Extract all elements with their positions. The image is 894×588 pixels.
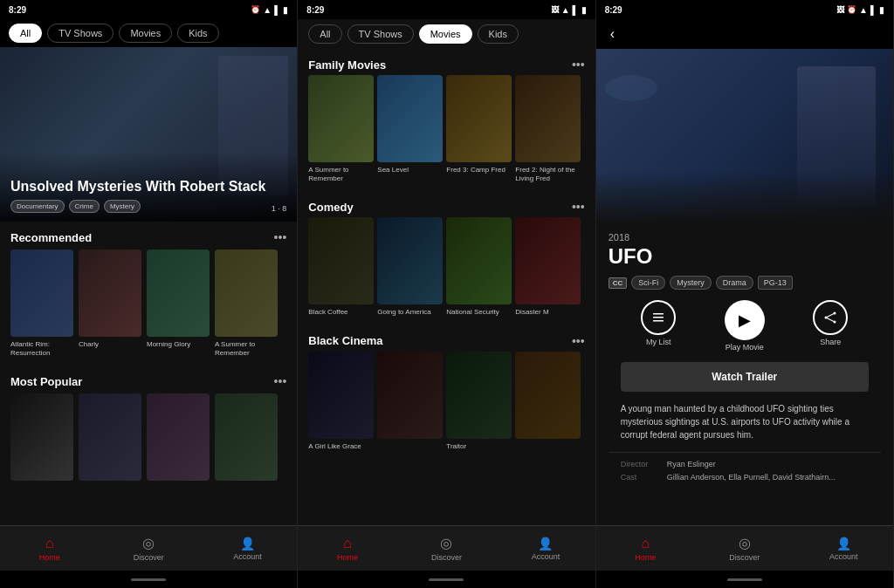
- tag-crime: Crime: [69, 200, 100, 213]
- list-item[interactable]: Traitor: [446, 352, 512, 451]
- most-popular-more[interactable]: •••: [274, 374, 287, 388]
- list-item[interactable]: A Summer to Remember: [215, 250, 278, 357]
- discover-icon-3: ◎: [739, 535, 751, 551]
- detail-tags-row: CC Sci-Fi Mystery Drama PG-13: [609, 276, 881, 290]
- list-item[interactable]: National Security: [446, 217, 512, 317]
- thumb-blackcoffee: [308, 217, 374, 304]
- phone-home: 8:29 ⏰ ▲ ▌ ▮ All TV Shows Movies Kids Un…: [0, 0, 298, 588]
- play-movie-button[interactable]: ▶ Play Movie: [725, 300, 765, 352]
- bottom-indicator-3: [596, 571, 893, 588]
- popular-thumb-3: [147, 393, 210, 481]
- battery-icon-3: ▮: [879, 5, 884, 15]
- family-more[interactable]: •••: [572, 58, 585, 72]
- cast-value: Gillian Anderson, Ella Purnell, David St…: [667, 473, 869, 482]
- svg-rect-1: [653, 317, 664, 318]
- comedy-title: Comedy: [308, 201, 353, 214]
- status-bar-1: 8:29 ⏰ ▲ ▌ ▮: [0, 0, 297, 19]
- list-item[interactable]: [377, 352, 443, 451]
- time-2: 8:29: [306, 5, 324, 15]
- play-icon: ▶: [725, 300, 765, 340]
- list-item[interactable]: [215, 393, 278, 484]
- popular-thumb-2: [79, 393, 141, 481]
- list-item[interactable]: Charly: [79, 250, 141, 357]
- thumb-summer-family: [308, 75, 374, 162]
- filter-tvshows-2[interactable]: TV Shows: [347, 24, 414, 44]
- thumb-hot: [515, 352, 581, 439]
- bottom-indicator-1: [0, 571, 297, 588]
- recommended-row: Atlantic Rim: Resurrection Charly Mornin…: [0, 250, 297, 366]
- hero-counter: 1 · 8: [272, 204, 287, 213]
- filter-kids-1[interactable]: Kids: [177, 24, 218, 43]
- list-item[interactable]: Fred 2: Night of the Living Fred: [515, 75, 581, 182]
- title-fred2: Fred 2: Night of the Living Fred: [515, 166, 581, 182]
- share-button[interactable]: Share: [813, 300, 848, 352]
- title-goingtoamerica: Going to America: [377, 308, 443, 317]
- indicator-bar-2: [429, 578, 464, 581]
- list-item[interactable]: A Summer to Remember: [308, 75, 374, 182]
- list-item[interactable]: Fred 3: Camp Fred: [446, 75, 512, 182]
- home-icon-3: ⌂: [642, 536, 650, 551]
- list-item[interactable]: Disaster M: [515, 217, 581, 317]
- family-movies-header: Family Movies •••: [298, 52, 595, 75]
- movies-scroll-content: Family Movies ••• A Summer to Remember S…: [298, 52, 595, 525]
- title-blackcoffee: Black Coffee: [308, 308, 374, 317]
- signal-icon: ▌: [274, 5, 280, 15]
- nav-home-3[interactable]: ⌂ Home: [596, 536, 695, 562]
- cast-label: Cast: [621, 473, 660, 482]
- nav-account-1[interactable]: 👤 Account: [198, 537, 297, 561]
- list-item[interactable]: Morning Glory: [147, 250, 210, 357]
- hero-title: Unsolved Mysteries With Robert Stack: [10, 178, 286, 195]
- list-item[interactable]: Going to America: [377, 217, 443, 317]
- black-cinema-title: Black Cinema: [308, 334, 382, 347]
- movie-title-charly: Charly: [79, 340, 141, 349]
- bottom-nav-3: ⌂ Home ◎ Discover 👤 Account: [596, 525, 893, 571]
- thumb-sealevel: [377, 75, 443, 162]
- nav-discover-2[interactable]: ◎ Discover: [397, 535, 496, 562]
- list-item[interactable]: Black Coffee: [308, 217, 374, 317]
- status-icons-3: 🖼 ⏰ ▲ ▌ ▮: [836, 5, 884, 15]
- cc-badge: CC: [609, 277, 628, 289]
- status-bar-3: 8:29 🖼 ⏰ ▲ ▌ ▮: [596, 0, 893, 19]
- back-button[interactable]: ‹: [607, 24, 618, 44]
- list-item[interactable]: [79, 393, 141, 484]
- filter-kids-2[interactable]: Kids: [478, 24, 519, 44]
- list-item[interactable]: Atlantic Rim: Resurrection: [10, 250, 73, 357]
- filter-movies-2[interactable]: Movies: [419, 24, 472, 44]
- battery-icon-2: ▮: [581, 5, 587, 15]
- list-item[interactable]: [515, 352, 581, 451]
- my-list-icon: [641, 300, 676, 335]
- thumb-disaster: [515, 217, 581, 304]
- recommended-more[interactable]: •••: [274, 230, 287, 244]
- tag-scifi: Sci-Fi: [631, 276, 665, 290]
- black-cinema-section: Black Cinema ••• A Girl Like Grace Trait…: [298, 329, 595, 456]
- phone2-header: All TV Shows Movies Kids: [298, 19, 595, 52]
- tag-drama: Drama: [716, 276, 753, 290]
- nav-home-label-2: Home: [337, 553, 358, 562]
- nav-home-1[interactable]: ⌂ Home: [0, 536, 99, 562]
- filter-movies-1[interactable]: Movies: [119, 24, 172, 43]
- watch-trailer-button[interactable]: Watch Trailer: [621, 362, 869, 392]
- share-label: Share: [820, 338, 841, 346]
- nav-account-3[interactable]: 👤 Account: [794, 537, 893, 561]
- filter-tvshows-1[interactable]: TV Shows: [47, 24, 113, 43]
- filter-all-2[interactable]: All: [308, 24, 341, 44]
- thumb-agirllikegrace: [308, 352, 374, 439]
- nav-discover-3[interactable]: ◎ Discover: [695, 535, 794, 562]
- bottom-indicator-2: [298, 571, 595, 588]
- wifi-icon-3: ▲: [859, 5, 868, 15]
- list-item[interactable]: [147, 393, 210, 484]
- nav-home-2[interactable]: ⌂ Home: [298, 536, 396, 562]
- list-item[interactable]: [10, 393, 73, 484]
- black-cinema-more[interactable]: •••: [572, 334, 585, 348]
- filter-all-1[interactable]: All: [9, 24, 42, 43]
- list-item[interactable]: Sea Level: [377, 75, 443, 182]
- nav-discover-1[interactable]: ◎ Discover: [99, 535, 197, 562]
- my-list-button[interactable]: My List: [641, 300, 676, 352]
- thumb-nationalsecurity: [446, 217, 512, 304]
- photo-icon: 🖼: [551, 5, 559, 14]
- comedy-more[interactable]: •••: [572, 200, 585, 214]
- nav-account-2[interactable]: 👤 Account: [496, 537, 595, 561]
- filter-bar-1: All TV Shows Movies Kids: [0, 19, 297, 47]
- list-item[interactable]: A Girl Like Grace: [308, 352, 374, 451]
- signal-icon-3: ▌: [870, 5, 877, 15]
